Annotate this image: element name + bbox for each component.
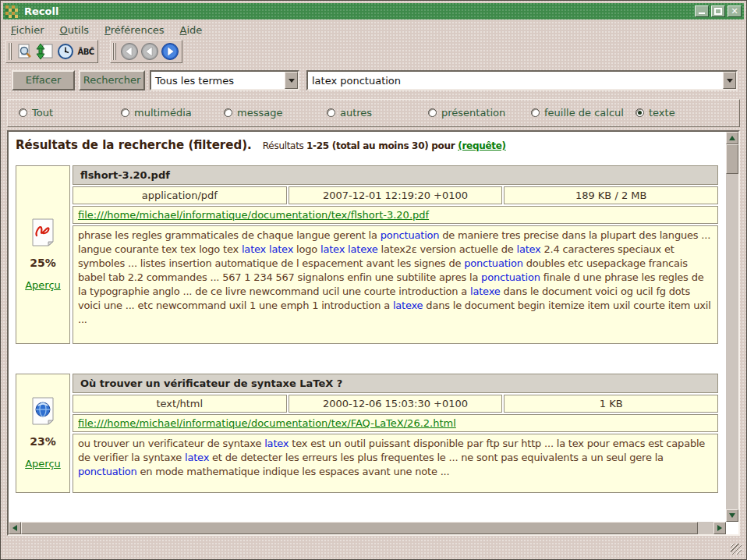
snippet-segment: en mode mathematique indique les espaces… <box>137 466 450 477</box>
radio-feuille-de-calcul[interactable]: feuille de calcul <box>531 107 624 119</box>
vertical-scrollbar[interactable] <box>726 132 738 522</box>
radio-autres[interactable]: autres <box>327 107 372 119</box>
term-explorer-button[interactable]: ÂBĈ <box>76 41 96 62</box>
search-mode-dropdown-button[interactable] <box>285 72 298 89</box>
doc-history-icon <box>56 42 75 61</box>
arrow-right-icon <box>717 525 722 531</box>
snippet-highlight: ponctuation <box>78 466 137 477</box>
snippet-highlight: ponctuation <box>381 229 440 241</box>
radio-presentation[interactable]: présentation <box>428 107 505 119</box>
clear-button[interactable]: Effacer <box>12 70 75 90</box>
snippet-segment: et de detecter les erreurs les plus freq… <box>209 452 664 463</box>
result-size: 1 KB <box>504 395 718 413</box>
arrow-left-icon <box>12 525 17 531</box>
minimize-icon <box>699 12 705 14</box>
radio-texte[interactable]: texte <box>635 107 675 119</box>
snippet-highlight: latex latex <box>242 243 293 255</box>
next-page-button[interactable] <box>160 41 180 62</box>
result-url-link[interactable]: file:///home/michael/informatique/docume… <box>78 417 456 429</box>
next-page-icon <box>161 42 179 61</box>
search-query-input[interactable]: latex ponctuation <box>306 70 738 90</box>
chevron-down-icon <box>727 79 733 83</box>
menu-fichier[interactable]: Fichier <box>11 24 44 36</box>
radio-tout[interactable]: Tout <box>19 107 53 119</box>
snippet-highlight: ponctuation <box>481 271 540 283</box>
recoll-window: { "window": { "title": "Recoll", "contro… <box>0 0 747 560</box>
horizontal-scroll-thumb[interactable] <box>21 522 698 534</box>
update-index-button[interactable] <box>35 41 55 62</box>
snippet-highlight: latexe <box>393 299 423 311</box>
radio-message[interactable]: message <box>224 107 282 119</box>
snippet-segment: latex2ε version actuelle de <box>378 243 517 255</box>
snippet-segment: phrase les regles grammaticales de chaqu… <box>78 229 381 241</box>
scroll-left-button[interactable] <box>9 522 21 534</box>
doc-history-button[interactable] <box>55 41 76 62</box>
results-title: Résultats de la recherche (filtered). <box>16 138 252 152</box>
previous-page-icon <box>140 42 159 61</box>
radio-icon <box>19 108 27 117</box>
search-query-dropdown-button[interactable] <box>723 72 736 89</box>
result-entry: 23% Aperçu Où trouver un vérificateur de… <box>16 374 718 493</box>
resize-grip[interactable] <box>731 544 742 555</box>
search-button[interactable]: Rechercher <box>79 70 145 90</box>
relevance-percent: 25% <box>30 257 56 269</box>
result-size: 189 KB / 2 MB <box>504 186 718 204</box>
results-header: Résultats de la recherche (filtered). Ré… <box>16 138 726 152</box>
results-list: Résultats de la recherche (filtered). Ré… <box>9 132 726 522</box>
results-frame: Résultats de la recherche (filtered). Ré… <box>7 130 740 536</box>
maximize-button[interactable] <box>711 5 725 17</box>
window-title: Recoll <box>24 5 58 17</box>
menubar: Fichier Outils Préférences Aide <box>4 21 743 38</box>
previous-page-button[interactable] <box>140 41 160 62</box>
preview-link[interactable]: Aperçu <box>25 279 61 291</box>
result-title: flshort-3.20.pdf <box>73 165 718 185</box>
result-meta-row: application/pdf 2007-12-01 12:19:20 +010… <box>73 186 718 204</box>
snippet-highlight: latexe <box>470 285 501 297</box>
snippet-segment: ou trouver un verificateur de syntaxe <box>78 438 264 449</box>
term-explorer-icon: ÂBĈ <box>77 48 94 56</box>
result-date: 2007-12-01 12:19:20 +0100 <box>289 186 503 204</box>
scroll-down-button[interactable] <box>726 509 738 522</box>
menu-aide[interactable]: Aide <box>180 24 203 36</box>
menu-outils[interactable]: Outils <box>60 24 90 36</box>
result-mime: text/html <box>73 395 287 413</box>
query-link[interactable]: (requête) <box>458 140 505 151</box>
radio-icon <box>121 108 129 117</box>
clear-search-button[interactable] <box>15 41 35 62</box>
status-bar <box>4 536 743 556</box>
snippet-highlight: latex <box>516 243 540 255</box>
category-filter-bar: Tout multimédia message autres présentat… <box>7 99 740 127</box>
result-snippet: ou trouver un verificateur de syntaxe la… <box>73 434 718 493</box>
result-url-link[interactable]: file:///home/michael/informatique/docume… <box>78 209 429 221</box>
toolbar-nav-group <box>110 40 182 63</box>
vertical-scroll-thumb[interactable] <box>726 144 738 174</box>
scroll-up-button[interactable] <box>726 132 738 144</box>
relevance-percent: 23% <box>30 435 56 448</box>
update-index-icon <box>36 42 55 61</box>
first-page-button[interactable] <box>119 41 140 62</box>
preview-link[interactable]: Aperçu <box>25 458 61 470</box>
radio-multimedia[interactable]: multimédia <box>121 107 192 119</box>
close-button[interactable]: ✕ <box>728 5 742 17</box>
toolbar-handle[interactable] <box>8 43 12 60</box>
horizontal-scrollbar[interactable] <box>9 522 726 534</box>
search-mode-select[interactable]: Tous les termes <box>150 70 299 90</box>
chevron-down-icon <box>289 79 295 83</box>
titlebar[interactable]: Recoll ✕ <box>3 3 744 19</box>
minimize-button[interactable] <box>695 5 709 17</box>
result-side-cell: 25% Aperçu <box>16 165 70 344</box>
result-entry: 25% Aperçu flshort-3.20.pdf application/… <box>16 165 718 344</box>
arrow-up-icon <box>729 136 735 140</box>
radio-selected-icon <box>635 108 644 117</box>
result-date: 2000-12-06 15:03:30 +0100 <box>289 395 503 413</box>
scroll-right-button[interactable] <box>713 522 726 534</box>
result-meta-row: text/html 2000-12-06 15:03:30 +0100 1 KB <box>73 395 718 413</box>
result-table: Où trouver un vérificateur de syntaxe La… <box>73 374 718 493</box>
arrow-down-icon <box>729 513 735 518</box>
snippet-highlight: latex <box>185 452 209 463</box>
radio-icon <box>327 108 335 117</box>
recoll-app-icon <box>5 5 18 18</box>
html-file-icon <box>30 397 55 425</box>
toolbar-handle[interactable] <box>112 43 116 60</box>
menu-preferences[interactable]: Préférences <box>104 24 164 36</box>
